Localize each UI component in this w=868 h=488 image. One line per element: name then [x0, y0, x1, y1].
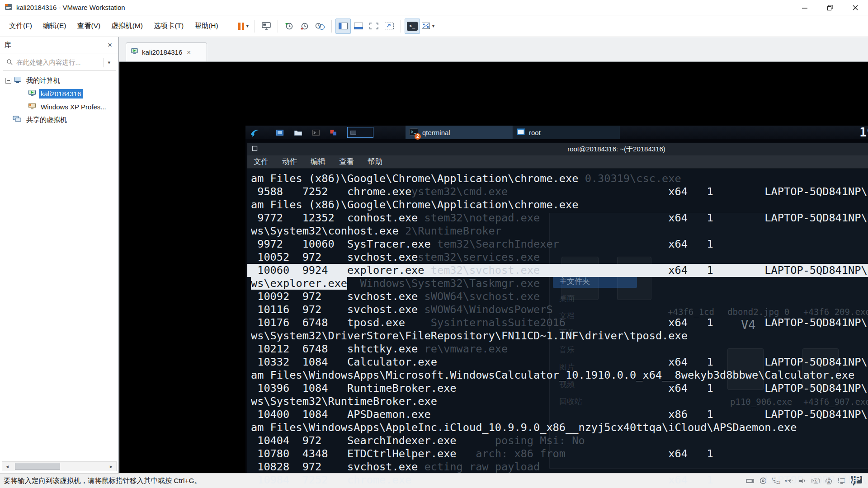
background-ghost-text: sWOW64\WindowsPowerS — [425, 303, 553, 316]
window-titlebar: kali20184316 - VMware Workstation — [0, 0, 868, 15]
terminal-window-icon — [252, 145, 258, 153]
library-horizontal-scrollbar[interactable]: ◄ ► — [2, 461, 117, 471]
terminal-line: am Files (x86)\Google\Chrome\Application… — [247, 198, 868, 211]
terminal-line: am Files\WindowsApps\AppleInc.iCloud_10.… — [247, 421, 868, 434]
vm-display-area: 2 qterminal root 19:44 — [119, 62, 868, 473]
terminal-menu-actions[interactable]: 动作 — [282, 157, 297, 167]
workspace-switcher[interactable] — [347, 127, 373, 138]
terminal-launcher-icon[interactable] — [310, 126, 322, 139]
free-stretch-button[interactable]: ▾ — [420, 19, 437, 34]
window-title: kali20184316 - VMware Workstation — [16, 4, 125, 11]
terminal-line: ws\System32\DriverStore\FileRepository\F… — [247, 329, 868, 343]
vmware-logo-icon — [5, 3, 13, 13]
terminal-menu-edit[interactable]: 编辑 — [311, 157, 326, 167]
tab-kali20184316[interactable]: kali20184316 × — [126, 42, 207, 61]
suspend-vm-button[interactable]: ▾ — [236, 19, 251, 34]
qterminal-badge: 2 — [415, 133, 421, 140]
tree-item-my-computer[interactable]: 我的计算机 — [0, 74, 118, 87]
terminal-line: 10116 972 svchost.exe — [247, 303, 868, 316]
terminal-line: am Files\WindowsApps\Microsoft.WindowsCa… — [247, 369, 868, 382]
revert-snapshot-button[interactable] — [297, 19, 312, 34]
terminal-line: 10052 972 svchost.exe — [247, 251, 868, 264]
terminal-window: root@20184316: ~(于20184316) 文件 动作 编辑 查看 … — [247, 142, 868, 488]
background-ghost-text: SysinternalsSuite2016 — [431, 316, 566, 329]
show-library-button[interactable] — [335, 19, 351, 34]
background-ghost-text: 0.30319\csc.exe — [585, 172, 681, 185]
terminal-line: 10400 1084 APSDaemon.exe x86 1 LAPTOP-5Q… — [247, 408, 868, 421]
take-snapshot-button[interactable] — [282, 19, 297, 34]
terminal-menu-file[interactable]: 文件 — [254, 157, 269, 167]
menu-edit[interactable]: 编辑(E) — [38, 18, 72, 34]
fullscreen-button[interactable] — [366, 19, 382, 34]
search-icon — [6, 59, 13, 67]
background-ghost-text: stem32\notepad.exe — [425, 211, 540, 224]
background-ghost-text: re\vmware.exe — [425, 343, 508, 355]
menu-help[interactable]: 帮助(H) — [189, 18, 224, 34]
terminal-line: am Files (x86)\Google\Chrome\Application… — [247, 172, 868, 185]
tree-item-kali-vm[interactable]: kali20184316 — [0, 87, 118, 100]
scrollbar-thumb[interactable] — [15, 463, 60, 470]
kali-desktop: 2 qterminal root 19:44 — [245, 126, 868, 488]
menu-file[interactable]: 文件(F) — [4, 18, 38, 34]
unity-mode-button[interactable] — [382, 19, 397, 34]
manage-snapshots-button[interactable] — [312, 19, 328, 34]
file-manager-icon[interactable] — [292, 126, 304, 139]
terminal-line: ws\explorer.exe — [247, 277, 868, 290]
terminal-line: 10060 9924 explorer.exe x64 1 LAPTOP-5QD… — [247, 264, 868, 277]
minimize-button[interactable] — [792, 0, 817, 15]
menu-tabs[interactable]: 选项卡(T) — [148, 18, 189, 34]
close-button[interactable] — [843, 0, 868, 15]
tree-item-winxp-vm[interactable]: Windows XP Profes... — [0, 100, 118, 113]
terminal-title: root@20184316: ~(于20184316) — [247, 145, 868, 154]
terminal-titlebar[interactable]: root@20184316: ~(于20184316) — [247, 143, 868, 155]
app-icon-misc[interactable] — [327, 126, 340, 139]
terminal-menu-help[interactable]: 帮助 — [368, 157, 382, 167]
console-prompt-icon: >_ — [407, 22, 418, 31]
terminal-line: 10828 972 svchost.exe — [247, 460, 868, 474]
vmware-workstation-window: kali20184316 - VMware Workstation 文件(F) … — [0, 0, 868, 488]
search-placeholder: 在此处键入内容进行... — [16, 58, 104, 67]
dropdown-arrow-icon[interactable]: ▾ — [246, 23, 249, 29]
selected-vm-label: kali20184316 — [39, 89, 83, 99]
vm-tab-strip: kali20184316 × — [119, 37, 868, 62]
show-thumbnail-bar-button[interactable] — [351, 19, 366, 34]
taskbar-clock: 19:44 — [857, 126, 868, 139]
console-view-button[interactable]: >_ — [405, 19, 420, 34]
terminal-line: 10396 1084 RuntimeBroker.exe x64 1 LAPTO… — [247, 382, 868, 395]
terminal-menu-view[interactable]: 查看 — [339, 157, 354, 167]
background-ghost-text: ecting raw payload — [425, 460, 540, 473]
workspace-icon-1[interactable] — [274, 126, 286, 139]
collapse-icon[interactable] — [5, 78, 11, 84]
library-search[interactable]: 在此处键入内容进行... ▾ — [3, 55, 116, 70]
restore-button[interactable] — [817, 0, 843, 15]
menu-toolbar-row: 文件(F) 编辑(E) 查看(V) 虚拟机(M) 选项卡(T) 帮助(H) ▾ — [0, 15, 868, 37]
scroll-right-icon[interactable]: ► — [106, 464, 116, 469]
kali-menu-button[interactable] — [248, 126, 261, 139]
taskbar-app-root[interactable]: root — [513, 126, 620, 139]
library-tree: 我的计算机 kali20184316 Windows XP Profes... … — [0, 74, 118, 127]
background-ghost-text: 2\RuntimeBroker — [405, 225, 501, 237]
background-ghost-text: Windows\System32\Taskmgr.exe — [360, 277, 540, 290]
scroll-left-icon[interactable]: ◄ — [2, 464, 12, 469]
send-ctrl-alt-del-button[interactable] — [259, 19, 274, 34]
menu-view[interactable]: 查看(V) — [71, 18, 106, 34]
terminal-body[interactable]: am Files (x86)\Google\Chrome\Application… — [247, 169, 868, 488]
tree-item-shared-vms[interactable]: 共享的虚拟机 — [0, 113, 118, 127]
tab-close-icon[interactable]: × — [187, 48, 191, 56]
vm-off-icon — [28, 103, 36, 111]
terminal-line: 10332 1084 Calculator.exe x64 1 LAPTOP-5… — [247, 356, 868, 369]
search-dropdown-icon[interactable]: ▾ — [104, 58, 112, 67]
library-panel: 库 × 在此处键入内容进行... ▾ 我的计算机 kali20184316 Wi… — [0, 37, 119, 473]
background-ghost-text: posing Msi: No — [495, 434, 585, 447]
kali-taskbar: 2 qterminal root 19:44 — [245, 126, 868, 139]
library-close-icon[interactable]: × — [106, 41, 114, 50]
vm-running-icon — [28, 89, 36, 98]
terminal-line: ws\System32\conhost.exe — [247, 225, 868, 238]
background-ghost-text: ystem32\cmd.exe — [411, 185, 508, 198]
vm-running-icon — [131, 48, 138, 56]
menu-vm[interactable]: 虚拟机(M) — [106, 18, 148, 34]
terminal-line: 9772 12352 conhost.exe x64 1 LAPTOP-5QD8… — [247, 211, 868, 225]
background-ghost-text: tem32\SearchIndexer — [437, 238, 559, 250]
taskbar-app-qterminal[interactable]: 2 qterminal — [406, 126, 513, 139]
dropdown-arrow-icon[interactable]: ▾ — [432, 23, 435, 29]
